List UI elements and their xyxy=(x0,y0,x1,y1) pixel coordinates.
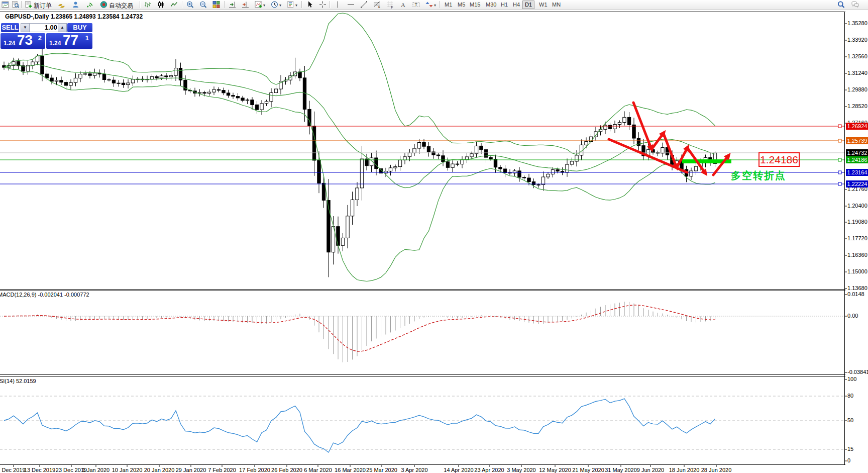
rsi-axis-label: 100 xyxy=(847,376,856,382)
macd-label: MACD(12,26,9) -0.002041 -0.000772 xyxy=(0,292,89,298)
price-tick-label: 1.19080 xyxy=(847,219,867,225)
ask-price-sup: 1 xyxy=(85,34,89,42)
date-label: 3 May 2020 xyxy=(507,467,535,473)
rsi-axis-label: 80 xyxy=(847,393,853,399)
rsi-axis-label: 50 xyxy=(847,417,853,423)
date-label: 29 Jan 2020 xyxy=(176,467,206,473)
date-label: 31 May 2020 xyxy=(605,467,637,473)
price-tick-label: 1.32560 xyxy=(847,53,867,59)
date-label: 26 Feb 2020 xyxy=(271,467,302,473)
date-label: 20 Jan 2020 xyxy=(144,467,175,473)
date-label: 25 Mar 2020 xyxy=(366,467,397,473)
macd-axis-label: -0.038415 xyxy=(847,369,868,375)
bid-price-sup: 2 xyxy=(38,34,42,42)
volume-up-button[interactable]: ▲ xyxy=(58,23,67,32)
date-label: 14 Apr 2020 xyxy=(444,467,473,473)
date-label: 9 Jun 2020 xyxy=(637,467,664,473)
date-label: Dec 2019 xyxy=(2,467,25,473)
bid-price-button[interactable]: 1.24 73 2 xyxy=(1,33,45,49)
bollinger-bands-layer xyxy=(4,13,715,281)
date-label: 16 Mar 2020 xyxy=(335,467,366,473)
price-tick-label: 1.29880 xyxy=(847,86,867,92)
date-label: 1 Jan 2020 xyxy=(82,467,110,473)
date-label: 7 Feb 2020 xyxy=(208,467,236,473)
candles-layer xyxy=(3,48,717,277)
date-label: 13 Dec 2019 xyxy=(24,467,55,473)
price-tick-label: 1.31240 xyxy=(847,70,867,76)
price-level-badge[interactable]: 1.26924 xyxy=(846,123,868,130)
price-tick-label: 1.13680 xyxy=(847,285,867,291)
mt4-application: 新订单自动交易▾▾▾EFAT▾M1M5M15M30H1H4D1W1MN GBPU… xyxy=(0,0,868,473)
price-tick-label: 1.33920 xyxy=(847,37,867,43)
date-label: 28 Jun 2020 xyxy=(701,467,732,473)
price-tick-label: 1.15000 xyxy=(847,268,867,274)
rsi-label: RSI(14) 52.0159 xyxy=(0,378,36,384)
level-line-handle[interactable] xyxy=(838,171,841,174)
chart-title: GBPUSD-,Daily 1.23865 1.24893 1.23584 1.… xyxy=(5,13,143,20)
rsi-axis-label: 0 xyxy=(847,457,850,463)
price-tick-label: 1.16360 xyxy=(847,252,867,258)
macd-layer xyxy=(0,302,844,362)
turning-point-annotation[interactable]: 多空转折点 xyxy=(731,169,786,182)
rsi-layer xyxy=(0,396,844,452)
price-tick-label: 1.17720 xyxy=(847,235,867,241)
level-line-handle[interactable] xyxy=(838,139,841,142)
volume-input[interactable]: 1.00 xyxy=(29,23,61,32)
ask-price-button[interactable]: 1.24 77 1 xyxy=(46,33,92,49)
price-tick-label: 1.20400 xyxy=(847,203,867,209)
price-level-badge[interactable]: 1.25739 xyxy=(846,137,868,144)
price-level-badge[interactable]: 1.24186 xyxy=(846,156,868,163)
ask-price-big: 77 xyxy=(63,32,78,48)
sell-button[interactable]: SELL xyxy=(1,23,19,32)
chart-canvas[interactable] xyxy=(0,0,868,473)
level-lines-layer xyxy=(0,125,844,185)
ask-price-small: 1.24 xyxy=(49,40,61,47)
arrow-annotation[interactable] xyxy=(664,134,676,166)
bid-price-big: 73 xyxy=(17,32,33,48)
level-line-handle[interactable] xyxy=(838,182,841,185)
macd-axis-label: 0.00 xyxy=(847,313,858,319)
level-line-handle[interactable] xyxy=(838,125,841,128)
price-tick-label: 1.35280 xyxy=(847,20,867,26)
date-label: 17 Feb 2020 xyxy=(239,467,270,473)
bid-price-small: 1.24 xyxy=(4,40,15,47)
price-level-badge[interactable]: 1.23164 xyxy=(846,169,868,176)
price-flag-annotation[interactable]: 1.24186 xyxy=(758,152,800,167)
date-label: 3 Apr 2020 xyxy=(401,467,427,473)
buy-button[interactable]: BUY xyxy=(67,23,92,32)
date-label: 12 May 2020 xyxy=(539,467,571,473)
date-label: 6 Mar 2020 xyxy=(304,467,332,473)
level-line-handle[interactable] xyxy=(838,158,841,161)
volume-down-button[interactable]: ▼ xyxy=(21,23,30,32)
date-label: 21 May 2020 xyxy=(572,467,604,473)
macd-axis-label: 0.0148 xyxy=(847,291,864,297)
rsi-axis-label: 15 xyxy=(847,446,853,452)
price-level-badge[interactable]: 1.22224 xyxy=(846,180,868,187)
date-label: 23 Apr 2020 xyxy=(474,467,504,473)
date-label: 10 Jan 2020 xyxy=(112,467,143,473)
date-label: 18 Jun 2020 xyxy=(669,467,700,473)
current-price-badge: 1.24732 xyxy=(846,149,868,156)
price-tick-label: 1.28520 xyxy=(847,103,867,109)
